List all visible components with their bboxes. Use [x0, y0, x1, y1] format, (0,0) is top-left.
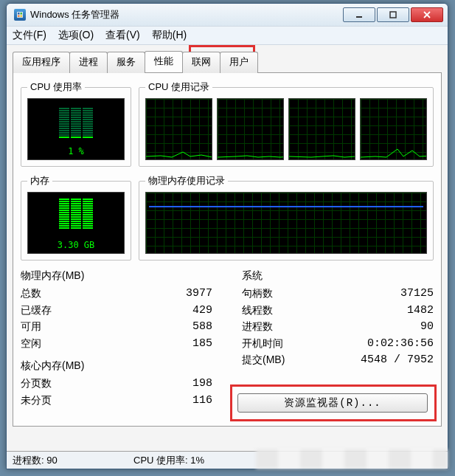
minimize-button[interactable] — [343, 7, 375, 22]
task-manager-window: Windows 任务管理器 文件(F) 选项(O) 查看(V) 帮助(H) 应用… — [6, 3, 448, 469]
cpu-history-chart-1 — [145, 98, 212, 160]
phys-mem-history-group: 物理内存使用记录 — [139, 174, 434, 261]
window-buttons — [343, 7, 443, 22]
menu-options[interactable]: 选项(O) — [58, 29, 94, 42]
handles-value: 37125 — [400, 286, 434, 303]
tab-applications[interactable]: 应用程序 — [13, 52, 70, 73]
svg-rect-3 — [18, 15, 20, 18]
cpu-usage-legend: CPU 使用率 — [27, 80, 85, 94]
cached-label: 已缓存 — [21, 303, 52, 320]
processes-label: 进程数 — [242, 319, 273, 336]
processes-value: 90 — [420, 319, 434, 336]
phys-mem-history-legend: 物理内存使用记录 — [145, 174, 228, 187]
total-label: 总数 — [21, 286, 41, 303]
tab-processes[interactable]: 进程 — [69, 52, 108, 73]
memory-value: 3.30 GB — [28, 240, 124, 250]
phys-mem-title: 物理内存(MB) — [21, 269, 212, 283]
nonpaged-value: 116 — [192, 393, 212, 410]
tab-users[interactable]: 用户 — [220, 52, 258, 73]
cached-value: 429 — [192, 303, 212, 320]
uptime-value: 0:02:36:56 — [367, 336, 434, 353]
free-label: 空闲 — [21, 336, 41, 353]
paged-label: 分页数 — [21, 376, 52, 393]
status-processes: 进程数: 90 — [13, 454, 116, 467]
svg-rect-6 — [390, 12, 396, 18]
menu-help[interactable]: 帮助(H) — [152, 29, 187, 42]
handles-label: 句柄数 — [242, 286, 273, 303]
total-value: 3977 — [186, 286, 212, 303]
cpu-usage-value: 1 % — [28, 146, 124, 156]
svg-rect-2 — [21, 13, 23, 15]
free-value: 185 — [192, 336, 212, 353]
close-button[interactable] — [411, 7, 443, 22]
cpu-history-chart-4 — [360, 98, 427, 160]
paged-value: 198 — [192, 376, 212, 393]
window-title: Windows 任务管理器 — [30, 8, 343, 21]
memory-meter: 3.30 GB — [27, 192, 125, 254]
tab-services[interactable]: 服务 — [107, 52, 145, 73]
memory-group: 内存 3.30 GB — [21, 174, 131, 261]
cpu-history-group: CPU 使用记录 — [139, 80, 434, 167]
cpu-history-chart-3 — [288, 98, 355, 160]
cpu-usage-group: CPU 使用率 1 % — [21, 80, 131, 167]
cpu-history-chart-2 — [217, 98, 284, 160]
uptime-label: 开机时间 — [242, 336, 283, 353]
avail-value: 588 — [192, 319, 212, 336]
threads-label: 线程数 — [242, 303, 273, 320]
maximize-button[interactable] — [377, 7, 409, 22]
phys-mem-history-chart — [145, 192, 427, 254]
system-title: 系统 — [242, 269, 434, 283]
stats-area: 物理内存(MB) 总数3977 已缓存429 可用588 空闲185 核心内存(… — [21, 269, 434, 409]
status-bar: 进程数: 90 CPU 使用率: 1% — [7, 451, 448, 469]
memory-legend: 内存 — [27, 174, 52, 187]
menubar: 文件(F) 选项(O) 查看(V) 帮助(H) — [7, 26, 448, 45]
cpu-bars-icon — [59, 108, 93, 138]
memory-line-icon — [149, 206, 423, 207]
status-cpu: CPU 使用率: 1% — [133, 454, 237, 467]
kernel-mem-title: 核心内存(MB) — [21, 359, 212, 373]
memory-bars-icon — [59, 199, 93, 229]
cpu-history-legend: CPU 使用记录 — [145, 80, 212, 94]
menu-file[interactable]: 文件(F) — [13, 29, 46, 42]
commit-value: 4548 / 7952 — [361, 352, 434, 369]
tab-strip: 应用程序 进程 服务 性能 联网 用户 — [13, 51, 442, 72]
menu-view[interactable]: 查看(V) — [105, 29, 140, 42]
performance-panel: CPU 使用率 1 % CPU 使用记录 — [13, 72, 442, 427]
obscured-region — [256, 449, 448, 469]
titlebar[interactable]: Windows 任务管理器 — [7, 4, 448, 26]
svg-rect-1 — [18, 13, 20, 15]
client-area: 应用程序 进程 服务 性能 联网 用户 CPU 使用率 1 % — [7, 45, 448, 451]
svg-rect-4 — [21, 15, 23, 18]
app-icon — [14, 9, 26, 21]
commit-label: 提交(MB) — [242, 352, 285, 369]
threads-value: 1482 — [407, 303, 434, 320]
nonpaged-label: 未分页 — [21, 393, 52, 410]
avail-label: 可用 — [21, 319, 41, 336]
resource-monitor-button[interactable]: 资源监视器(R)... — [237, 393, 428, 413]
tab-networking[interactable]: 联网 — [182, 52, 220, 73]
cpu-usage-meter: 1 % — [27, 98, 125, 160]
tab-performance[interactable]: 性能 — [145, 51, 183, 72]
